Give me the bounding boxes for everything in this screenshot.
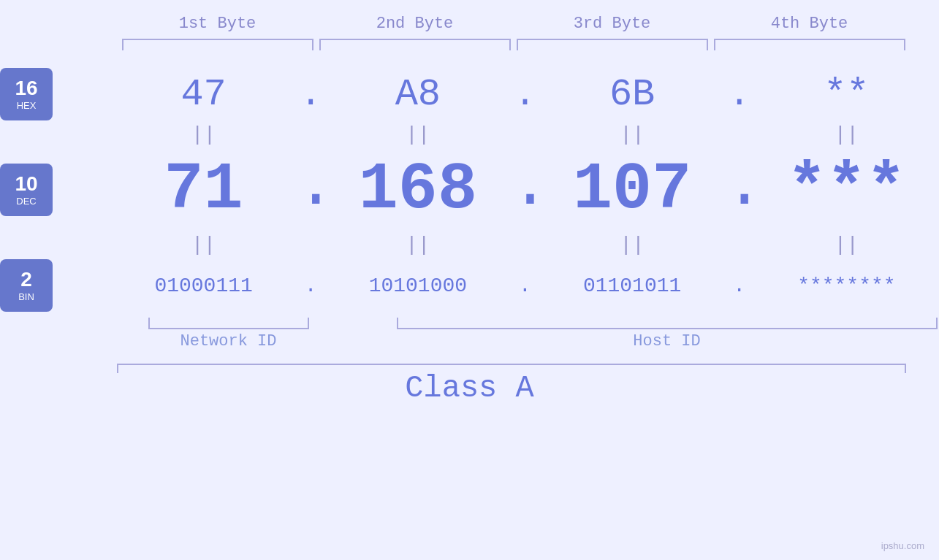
hex-badge: 16 HEX bbox=[0, 68, 53, 120]
host-id-label: Host ID bbox=[397, 332, 938, 350]
dot-hex-1: . bbox=[296, 74, 325, 115]
network-id-label: Network ID bbox=[148, 332, 309, 350]
hex-byte2: A8 bbox=[325, 73, 510, 116]
byte3-header: 3rd Byte bbox=[514, 15, 711, 39]
equals-db-4: || bbox=[754, 234, 939, 256]
equals-db-2: || bbox=[325, 234, 510, 256]
dot-dec-1: . bbox=[296, 149, 325, 231]
bin-base-label: BIN bbox=[18, 291, 34, 302]
dot-dec-3: . bbox=[725, 149, 754, 231]
dec-base-num: 10 bbox=[15, 174, 37, 194]
dot-hex-3: . bbox=[725, 74, 754, 115]
equals-hd-1: || bbox=[111, 123, 296, 146]
dec-byte1: 71 bbox=[111, 153, 296, 227]
class-label: Class A bbox=[405, 371, 533, 406]
bin-byte4: ******** bbox=[754, 275, 939, 297]
dec-badge: 10 DEC bbox=[0, 164, 53, 216]
dot-bin-2: . bbox=[511, 275, 540, 297]
watermark: ipshu.com bbox=[881, 540, 924, 551]
hex-byte3: 6B bbox=[540, 73, 725, 116]
byte4-header: 4th Byte bbox=[711, 15, 908, 39]
equals-db-1: || bbox=[111, 234, 296, 256]
dec-byte2: 168 bbox=[325, 153, 510, 227]
byte1-header: 1st Byte bbox=[119, 15, 316, 39]
hex-base-num: 16 bbox=[15, 78, 37, 99]
bin-badge: 2 BIN bbox=[0, 259, 53, 312]
dot-bin-3: . bbox=[725, 275, 754, 297]
equals-hd-2: || bbox=[325, 123, 510, 146]
hex-base-label: HEX bbox=[17, 100, 37, 111]
byte2-header: 2nd Byte bbox=[316, 15, 514, 39]
dot-bin-1: . bbox=[296, 275, 325, 297]
equals-db-3: || bbox=[540, 234, 725, 256]
hex-byte4: ** bbox=[754, 73, 939, 116]
dec-byte4: *** bbox=[754, 153, 939, 227]
class-bracket-line bbox=[117, 364, 906, 365]
bin-byte1: 01000111 bbox=[111, 275, 296, 297]
dec-base-label: DEC bbox=[16, 196, 36, 207]
dot-dec-2: . bbox=[511, 149, 540, 231]
dec-byte3: 107 bbox=[540, 153, 725, 227]
bin-base-num: 2 bbox=[20, 269, 32, 290]
bin-byte3: 01101011 bbox=[540, 275, 725, 297]
equals-hd-3: || bbox=[540, 123, 725, 146]
dot-hex-2: . bbox=[511, 74, 540, 115]
hex-byte1: 47 bbox=[111, 73, 296, 116]
bin-byte2: 10101000 bbox=[325, 275, 510, 297]
equals-hd-4: || bbox=[754, 123, 939, 146]
